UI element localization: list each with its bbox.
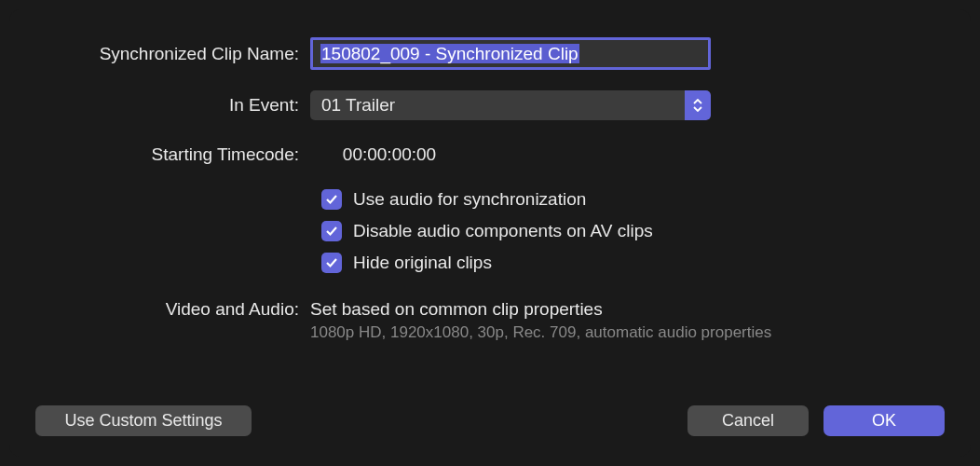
clip-name-label: Synchronized Clip Name:: [35, 44, 310, 64]
in-event-value: 01 Trailer: [321, 95, 395, 116]
checkmark-icon: [325, 256, 338, 269]
video-audio-label: Video and Audio:: [35, 299, 310, 320]
starting-timecode-label: Starting Timecode:: [35, 144, 310, 165]
cancel-button[interactable]: Cancel: [687, 405, 809, 436]
video-audio-description: Set based on common clip properties: [310, 299, 771, 320]
video-audio-subtext: 1080p HD, 1920x1080, 30p, Rec. 709, auto…: [310, 323, 771, 342]
checkmark-icon: [325, 193, 338, 206]
clip-name-input[interactable]: 150802_009 - Synchronized Clip: [310, 37, 711, 70]
disable-audio-components-label: Disable audio components on AV clips: [353, 221, 653, 241]
disable-audio-components-checkbox[interactable]: [321, 221, 342, 241]
in-event-label: In Event:: [35, 95, 310, 116]
ok-button[interactable]: OK: [823, 405, 945, 436]
select-arrows-icon: [685, 90, 711, 120]
synchronize-clips-dialog: Synchronized Clip Name: 150802_009 - Syn…: [9, 9, 971, 457]
checkmark-icon: [325, 225, 338, 238]
in-event-select[interactable]: 01 Trailer: [310, 90, 711, 120]
use-audio-sync-label: Use audio for synchronization: [353, 189, 586, 210]
use-custom-settings-button[interactable]: Use Custom Settings: [35, 405, 252, 436]
hide-original-clips-checkbox[interactable]: [321, 253, 342, 273]
hide-original-clips-label: Hide original clips: [353, 253, 492, 273]
starting-timecode-input[interactable]: [310, 141, 469, 169]
use-audio-sync-checkbox[interactable]: [321, 189, 342, 210]
